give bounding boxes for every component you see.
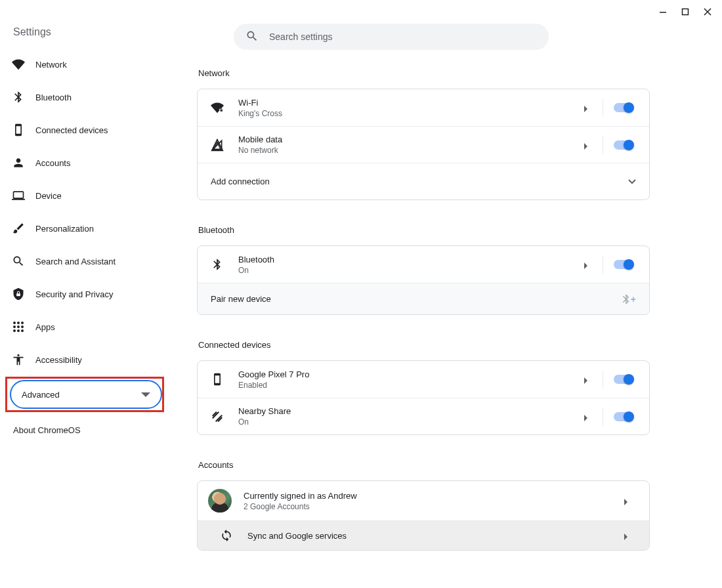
section-title-connected: Connected devices — [198, 340, 650, 350]
network-card: Wi-Fi King's Cross Mobile data No networ… — [197, 89, 650, 200]
pair-device-row[interactable]: Pair new device + — [198, 283, 649, 314]
sidebar-item-label: Accessibility — [35, 355, 82, 365]
sync-icon — [220, 529, 233, 542]
row-title: Google Pixel 7 Pro — [238, 369, 576, 379]
bluetooth-icon — [12, 91, 25, 104]
avatar — [208, 489, 232, 513]
nearby-share-row[interactable]: Nearby Share On — [198, 398, 649, 434]
chevron-right-icon — [623, 497, 629, 504]
sidebar-item-label: Network — [35, 60, 67, 70]
account-row[interactable]: Currently signed in as Andrew 2 Google A… — [198, 481, 649, 520]
row-title: Wi-Fi — [238, 98, 576, 108]
row-subtitle: No network — [238, 146, 576, 155]
mobile-toggle[interactable] — [614, 140, 633, 150]
sidebar-item-label: About ChromeOS — [13, 425, 81, 435]
add-connection-row[interactable]: Add connection — [198, 163, 649, 200]
row-subtitle: 2 Google Accounts — [244, 502, 616, 511]
row-subtitle: On — [238, 417, 576, 427]
sidebar-item-accessibility[interactable]: Accessibility — [5, 346, 160, 373]
sidebar-item-label: Security and Privacy — [35, 289, 114, 299]
chevron-right-icon — [583, 261, 589, 268]
sidebar-item-connected-devices[interactable]: Connected devices — [5, 117, 160, 143]
row-title: Nearby Share — [238, 406, 576, 416]
section-title-accounts: Accounts — [198, 460, 650, 470]
row-title: Bluetooth — [238, 255, 576, 264]
separator — [603, 255, 603, 274]
row-subtitle: Enabled — [238, 381, 576, 390]
sidebar-item-label: Bluetooth — [35, 93, 72, 102]
row-subtitle: On — [238, 266, 576, 275]
search-bar[interactable] — [234, 24, 549, 50]
minimize-button[interactable] — [654, 3, 672, 21]
separator — [603, 136, 603, 154]
sidebar-item-advanced[interactable]: Advanced — [10, 380, 162, 409]
sidebar-item-device[interactable]: Device — [5, 182, 160, 209]
sidebar-item-search-assistant[interactable]: Search and Assistant — [5, 248, 160, 274]
sidebar-item-label: Search and Assistant — [35, 257, 116, 266]
mobile-data-row[interactable]: Mobile data No network — [198, 126, 649, 163]
bluetooth-toggle[interactable] — [614, 260, 633, 269]
accessibility-icon — [12, 353, 25, 366]
laptop-icon — [12, 189, 25, 202]
sidebar-item-label: Apps — [35, 322, 55, 332]
phone-toggle[interactable] — [614, 375, 633, 384]
close-button[interactable] — [698, 3, 717, 21]
sidebar: Settings Network Bluetooth Connected dev… — [0, 24, 168, 588]
sync-row[interactable]: Sync and Google services — [198, 520, 649, 550]
apps-icon — [12, 320, 25, 333]
app-title: Settings — [5, 21, 168, 51]
row-title: Add connection — [211, 177, 628, 186]
wifi-lock-icon — [211, 101, 224, 114]
chevron-right-icon — [583, 142, 589, 148]
search-input[interactable] — [269, 32, 537, 42]
sidebar-item-bluetooth[interactable]: Bluetooth — [5, 84, 160, 110]
wifi-row[interactable]: Wi-Fi King's Cross — [198, 89, 649, 126]
sidebar-item-personalization[interactable]: Personalization — [5, 215, 160, 242]
row-title: Sync and Google services — [247, 531, 616, 541]
phone-icon — [211, 373, 224, 386]
sidebar-item-label: Advanced — [22, 390, 60, 400]
shield-icon — [12, 287, 25, 301]
person-icon — [12, 156, 25, 169]
wifi-icon — [12, 58, 25, 71]
row-title: Mobile data — [238, 135, 576, 144]
chevron-right-icon — [583, 376, 589, 383]
separator — [603, 408, 603, 426]
row-title: Currently signed in as Andrew — [244, 491, 616, 501]
nearby-toggle[interactable] — [614, 412, 633, 421]
bluetooth-card: Bluetooth On Pair new device + — [197, 245, 650, 315]
separator — [603, 98, 603, 117]
sidebar-item-network[interactable]: Network — [5, 51, 160, 77]
sidebar-item-apps[interactable]: Apps — [5, 314, 160, 340]
wifi-toggle[interactable] — [614, 103, 633, 112]
bluetooth-row[interactable]: Bluetooth On — [198, 246, 649, 283]
bluetooth-icon — [211, 258, 224, 271]
maximize-button[interactable] — [676, 3, 694, 21]
separator — [603, 370, 603, 388]
sidebar-item-label: Device — [35, 191, 62, 201]
section-title-network: Network — [198, 68, 650, 78]
chevron-right-icon — [583, 413, 589, 420]
highlight-box: Advanced — [5, 377, 164, 412]
nearby-share-icon — [211, 410, 224, 423]
brush-icon — [12, 222, 25, 235]
row-subtitle: King's Cross — [238, 109, 576, 118]
search-icon — [245, 30, 259, 45]
phone-row[interactable]: Google Pixel 7 Pro Enabled — [198, 361, 649, 398]
sidebar-item-label: Personalization — [35, 224, 94, 234]
chevron-right-icon — [623, 532, 629, 539]
accounts-card: Currently signed in as Andrew 2 Google A… — [197, 480, 650, 551]
svg-rect-1 — [683, 9, 689, 15]
sidebar-item-accounts[interactable]: Accounts — [5, 150, 160, 176]
row-title: Pair new device — [211, 294, 620, 304]
sidebar-item-security-privacy[interactable]: Security and Privacy — [5, 281, 160, 307]
chevron-right-icon — [583, 104, 589, 111]
chevron-down-icon — [141, 390, 150, 399]
section-title-bluetooth: Bluetooth — [198, 225, 650, 235]
connected-card: Google Pixel 7 Pro Enabled Nearby Share … — [197, 360, 650, 435]
bluetooth-add-icon: + — [620, 293, 636, 305]
sidebar-item-about[interactable]: About ChromeOS — [5, 419, 168, 442]
svg-rect-0 — [660, 12, 666, 13]
search-icon — [12, 255, 25, 268]
cellular-icon — [211, 138, 224, 152]
